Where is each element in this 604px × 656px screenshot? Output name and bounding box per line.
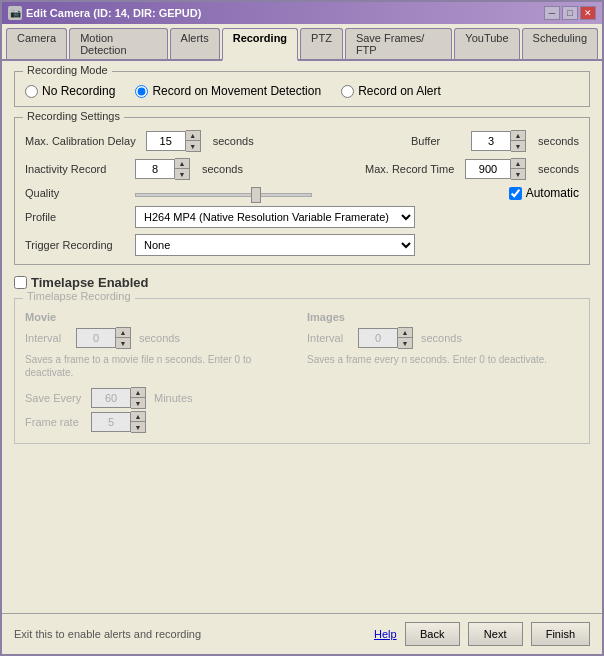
radio-movement-detection-input[interactable] (135, 85, 148, 98)
max-calibration-unit: seconds (213, 135, 254, 147)
main-window: 📷 Edit Camera (ID: 14, DIR: GEPUD) ─ □ ✕… (0, 0, 604, 656)
timelapse-movie-interval-input[interactable]: 0 (76, 328, 116, 348)
timelapse-enabled-label[interactable]: Timelapse Enabled (14, 275, 149, 290)
timelapse-save-every-spin: 60 ▲ ▼ (91, 387, 146, 409)
close-button[interactable]: ✕ (580, 6, 596, 20)
timelapse-frame-rate-label: Frame rate (25, 416, 85, 428)
quality-label: Quality (25, 187, 125, 199)
content-area: Recording Mode No Recording Record on Mo… (2, 61, 602, 613)
max-calibration-label: Max. Calibration Delay (25, 135, 136, 147)
timelapse-header: Timelapse Enabled (14, 275, 590, 290)
back-button[interactable]: Back (405, 622, 460, 646)
automatic-checkbox-label[interactable]: Automatic (509, 186, 579, 200)
timelapse-recording-group: Timelapse Recording Movie Interval 0 ▲ ▼ (14, 298, 590, 444)
next-button[interactable]: Next (468, 622, 523, 646)
recording-mode-group: Recording Mode No Recording Record on Mo… (14, 71, 590, 107)
timelapse-movie-interval-label: Interval (25, 332, 70, 344)
profile-select[interactable]: H264 MP4 (Native Resolution Variable Fra… (135, 206, 415, 228)
timelapse-enabled-checkbox[interactable] (14, 276, 27, 289)
tab-scheduling[interactable]: Scheduling (522, 28, 598, 59)
timelapse-save-every-spin-buttons: ▲ ▼ (131, 387, 146, 409)
tab-camera[interactable]: Camera (6, 28, 67, 59)
buffer-unit: seconds (538, 135, 579, 147)
title-buttons: ─ □ ✕ (544, 6, 596, 20)
timelapse-save-every-label: Save Every (25, 392, 85, 404)
timelapse-frame-rate-row: Frame rate 5 ▲ ▼ (25, 411, 297, 433)
trigger-recording-select[interactable]: None Alert Motion (135, 234, 415, 256)
automatic-checkbox[interactable] (509, 187, 522, 200)
recording-settings-title: Recording Settings (23, 110, 124, 122)
tab-youtube[interactable]: YouTube (454, 28, 519, 59)
max-record-time-down[interactable]: ▼ (511, 169, 525, 179)
finish-button[interactable]: Finish (531, 622, 590, 646)
timelapse-images-col: Images Interval 0 ▲ ▼ seconds (307, 311, 579, 435)
timelapse-save-every-down: ▼ (131, 398, 145, 408)
inactivity-label: Inactivity Record (25, 163, 125, 175)
tab-recording[interactable]: Recording (222, 28, 298, 61)
inactivity-up[interactable]: ▲ (175, 159, 189, 169)
timelapse-movie-interval-row: Interval 0 ▲ ▼ seconds (25, 327, 297, 349)
timelapse-save-every-input[interactable]: 60 (91, 388, 131, 408)
max-calibration-spin: 15 ▲ ▼ (146, 130, 201, 152)
inactivity-down[interactable]: ▼ (175, 169, 189, 179)
radio-no-recording-input[interactable] (25, 85, 38, 98)
maximize-button[interactable]: □ (562, 6, 578, 20)
timelapse-save-every-unit: Minutes (154, 392, 193, 404)
timelapse-section: Timelapse Enabled Timelapse Recording Mo… (14, 275, 590, 444)
tab-bar: Camera Motion Detection Alerts Recording… (2, 24, 602, 61)
buffer-spin-buttons: ▲ ▼ (511, 130, 526, 152)
max-record-time-up[interactable]: ▲ (511, 159, 525, 169)
buffer-input[interactable]: 3 (471, 131, 511, 151)
app-icon: 📷 (8, 6, 22, 20)
radio-movement-detection[interactable]: Record on Movement Detection (135, 84, 321, 98)
radio-alert-label: Record on Alert (358, 84, 441, 98)
timelapse-grid: Movie Interval 0 ▲ ▼ seconds (25, 311, 579, 435)
buffer-spin: 3 ▲ ▼ (471, 130, 526, 152)
buffer-label: Buffer (411, 135, 461, 147)
recording-mode-radio-row: No Recording Record on Movement Detectio… (25, 84, 579, 98)
buffer-down[interactable]: ▼ (511, 141, 525, 151)
help-link[interactable]: Help (374, 628, 397, 640)
timelapse-recording-title: Timelapse Recording (23, 290, 135, 302)
recording-settings-group: Recording Settings Max. Calibration Dela… (14, 117, 590, 265)
quality-slider-container (135, 186, 312, 200)
max-record-time-input[interactable]: 900 (465, 159, 511, 179)
trigger-recording-label: Trigger Recording (25, 239, 125, 251)
inactivity-unit: seconds (202, 163, 243, 175)
radio-alert-input[interactable] (341, 85, 354, 98)
timelapse-frame-rate-spin: 5 ▲ ▼ (91, 411, 146, 433)
title-bar: 📷 Edit Camera (ID: 14, DIR: GEPUD) ─ □ ✕ (2, 2, 602, 24)
tab-save-frames[interactable]: Save Frames/ FTP (345, 28, 452, 59)
automatic-label: Automatic (526, 186, 579, 200)
timelapse-movie-interval-up: ▲ (116, 328, 130, 338)
radio-no-recording[interactable]: No Recording (25, 84, 115, 98)
timelapse-movie-interval-down: ▼ (116, 338, 130, 348)
timelapse-save-every-row: Save Every 60 ▲ ▼ Minutes (25, 387, 297, 409)
timelapse-images-interval-spin: 0 ▲ ▼ (358, 327, 413, 349)
quality-slider[interactable] (135, 193, 312, 197)
inactivity-spin: 8 ▲ ▼ (135, 158, 190, 180)
radio-alert[interactable]: Record on Alert (341, 84, 441, 98)
timelapse-save-every-up: ▲ (131, 388, 145, 398)
footer-buttons: Help Back Next Finish (374, 622, 590, 646)
buffer-up[interactable]: ▲ (511, 131, 525, 141)
tab-motion-detection[interactable]: Motion Detection (69, 28, 167, 59)
timelapse-frame-rate-input[interactable]: 5 (91, 412, 131, 432)
radio-no-recording-label: No Recording (42, 84, 115, 98)
timelapse-movie-col: Movie Interval 0 ▲ ▼ seconds (25, 311, 297, 435)
max-calibration-input[interactable]: 15 (146, 131, 186, 151)
inactivity-spin-buttons: ▲ ▼ (175, 158, 190, 180)
max-calibration-spin-buttons: ▲ ▼ (186, 130, 201, 152)
max-calibration-down[interactable]: ▼ (186, 141, 200, 151)
timelapse-images-interval-input[interactable]: 0 (358, 328, 398, 348)
inactivity-input[interactable]: 8 (135, 159, 175, 179)
max-calibration-up[interactable]: ▲ (186, 131, 200, 141)
tab-ptz[interactable]: PTZ (300, 28, 343, 59)
max-record-time-unit: seconds (538, 163, 579, 175)
timelapse-images-interval-row: Interval 0 ▲ ▼ seconds (307, 327, 579, 349)
recording-mode-title: Recording Mode (23, 64, 112, 76)
timelapse-frame-rate-spin-buttons: ▲ ▼ (131, 411, 146, 433)
timelapse-images-desc: Saves a frame every n seconds. Enter 0 t… (307, 353, 579, 366)
minimize-button[interactable]: ─ (544, 6, 560, 20)
tab-alerts[interactable]: Alerts (170, 28, 220, 59)
